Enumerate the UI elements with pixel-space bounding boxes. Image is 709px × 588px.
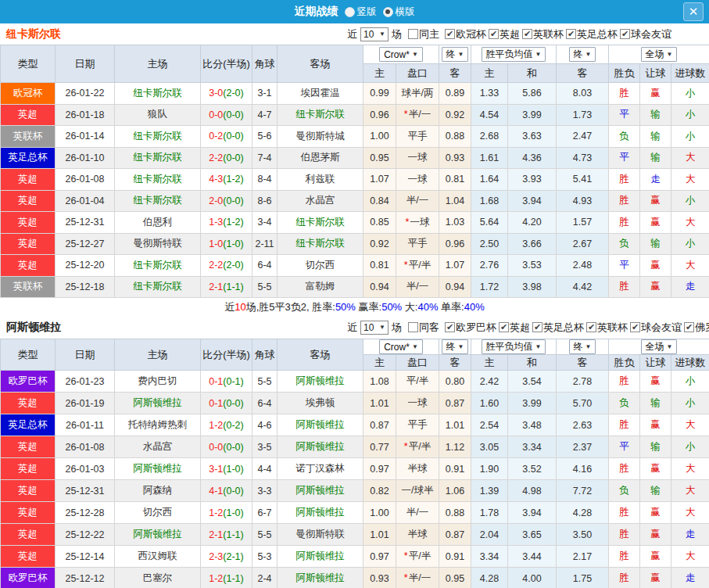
- checkbox-checked-icon[interactable]: ✔: [566, 29, 576, 39]
- ah-final-select[interactable]: 终▼: [442, 339, 469, 354]
- odds-draw: 4.98: [508, 480, 557, 502]
- league-checkbox[interactable]: ✔英足总杯: [532, 321, 584, 335]
- result-cell: 胜: [609, 458, 640, 480]
- ah-final-select[interactable]: 终▼: [442, 47, 469, 62]
- checkbox-icon[interactable]: ✔: [408, 29, 418, 39]
- bookmaker-select-cell: Crow*▼: [363, 45, 439, 64]
- home-team: 曼彻斯特联: [115, 233, 201, 255]
- home-team: 阿斯顿维拉: [115, 393, 201, 414]
- checkbox-checked-icon[interactable]: ✔: [532, 322, 542, 332]
- match-count-select[interactable]: 10▼: [360, 321, 389, 335]
- chevron-down-icon: ▼: [379, 30, 385, 38]
- result-cell: 负: [609, 480, 640, 502]
- corners: 6-4: [252, 255, 278, 277]
- ah-away-odds: 0.87: [439, 393, 471, 414]
- league-checkbox[interactable]: ✔欧冠杯: [445, 27, 486, 41]
- same-venue-checkbox[interactable]: ✔ 同主: [408, 27, 439, 41]
- corners: 6-4: [252, 393, 278, 414]
- bookmaker-select[interactable]: Crow*▼: [379, 47, 423, 62]
- checkbox-checked-icon[interactable]: ✔: [522, 29, 532, 39]
- scope-select[interactable]: 全场▼: [641, 47, 678, 62]
- score: 2-2(0-0): [201, 147, 252, 169]
- checkbox-checked-icon[interactable]: ✔: [586, 322, 596, 332]
- odds-draw: 3.48: [508, 414, 557, 436]
- match-count-select[interactable]: 10▼: [360, 27, 389, 41]
- close-icon[interactable]: ✕: [683, 2, 704, 21]
- odds-draw: 4.00: [508, 568, 557, 588]
- chevron-down-icon: ▼: [535, 343, 542, 350]
- league-checkbox[interactable]: ✔英超: [499, 321, 530, 335]
- odds-final-select[interactable]: 终▼: [569, 47, 596, 62]
- home-team: 西汉姆联: [115, 546, 201, 568]
- league-filters: ✔欧冠杯✔英超✔英联杯✔英足总杯✔球会友谊: [442, 27, 671, 41]
- odds-home: 1.33: [471, 83, 508, 105]
- section-aston-villa: 阿斯顿维拉 近 10▼ 场 ✔ 同客 ✔欧罗巴杯✔英超✔英足总杯✔英联杯✔球会友…: [0, 316, 709, 588]
- league-badge: 英超: [1, 169, 56, 191]
- corners: 2-4: [252, 568, 278, 588]
- checkbox-icon[interactable]: ✔: [408, 322, 418, 332]
- layout-radio-horizontal[interactable]: 横版: [383, 5, 415, 19]
- col-eu-away: 客: [557, 64, 609, 83]
- league-checkbox[interactable]: ✔英足总杯: [566, 27, 618, 41]
- early-line-star: *: [404, 550, 408, 561]
- league-badge: 英超: [1, 190, 56, 212]
- home-team: 纽卡斯尔联: [115, 255, 201, 277]
- same-venue-checkbox[interactable]: ✔ 同客: [408, 321, 439, 335]
- away-team: 阿斯顿维拉: [278, 414, 363, 436]
- result-cell: 胜: [609, 568, 640, 588]
- goals-result-cell: 小: [671, 436, 709, 458]
- handicap-result-cell: 赢: [640, 524, 671, 546]
- checkbox-checked-icon[interactable]: ✔: [620, 29, 630, 39]
- ah-away-odds: 1.06: [439, 480, 471, 502]
- games-label: 场: [392, 27, 402, 41]
- bookmaker-select[interactable]: Crow*▼: [379, 339, 423, 354]
- corners: 5-3: [252, 546, 278, 568]
- handicap-result-cell: 输: [640, 147, 671, 169]
- checkbox-checked-icon[interactable]: ✔: [445, 29, 455, 39]
- handicap-result-cell: 输: [640, 104, 671, 126]
- odds-final-select[interactable]: 终▼: [569, 339, 596, 354]
- early-line-star: *: [404, 572, 408, 583]
- checkbox-checked-icon[interactable]: ✔: [630, 322, 640, 332]
- checkbox-checked-icon[interactable]: ✔: [445, 322, 455, 332]
- match-date: 25-12-12: [56, 568, 115, 588]
- checkbox-checked-icon[interactable]: ✔: [499, 322, 509, 332]
- checkbox-checked-icon[interactable]: ✔: [684, 322, 694, 332]
- corners: 3-5: [252, 436, 278, 458]
- radio-icon[interactable]: [383, 7, 393, 17]
- league-checkbox[interactable]: ✔英联杯: [586, 321, 628, 335]
- scope-select[interactable]: 全场▼: [641, 339, 678, 354]
- col-goals: 进球数: [671, 355, 709, 371]
- odds-away: 4.28: [557, 502, 609, 524]
- match-date: 25-12-18: [56, 276, 115, 298]
- league-checkbox[interactable]: ✔英超: [489, 27, 520, 41]
- radio-icon[interactable]: [345, 7, 355, 17]
- avg-select-cell: 胜平负均值▼: [471, 339, 557, 355]
- odds-avg-select[interactable]: 胜平负均值▼: [482, 339, 546, 354]
- checkbox-checked-icon[interactable]: ✔: [489, 29, 499, 39]
- league-checkbox[interactable]: ✔球会友谊: [620, 27, 671, 41]
- away-team: 阿斯顿维拉: [278, 371, 363, 393]
- col-result: 胜负: [609, 355, 640, 371]
- odds-away: 5.70: [557, 393, 609, 414]
- layout-radio-vertical[interactable]: 竖版: [345, 5, 377, 19]
- chevron-down-icon: ▼: [585, 343, 592, 350]
- league-checkbox[interactable]: ✔球会友谊: [630, 321, 682, 335]
- corners: 3-3: [252, 480, 278, 502]
- match-date: 25-12-31: [56, 212, 115, 234]
- match-row: 英超25-12-28切尔西1-2(1-0)6-7阿斯顿维拉1.00半/一0.88…: [1, 502, 709, 524]
- league-checkbox[interactable]: ✔佛罗杯: [684, 321, 709, 335]
- odds-avg-select[interactable]: 胜平负均值▼: [482, 47, 546, 62]
- col-eu-draw: 和: [508, 355, 557, 371]
- odds-home: 1.60: [471, 393, 508, 414]
- corners: 7-4: [252, 147, 278, 169]
- col-ah-line: 盘口: [396, 355, 439, 371]
- odds-home: 1.68: [471, 190, 508, 212]
- ah-home-odds: 0.92: [363, 233, 396, 255]
- ah-away-odds: 0.81: [439, 169, 471, 191]
- league-badge: 英超: [1, 436, 56, 458]
- ah-home-odds: 0.95: [363, 147, 396, 169]
- league-checkbox[interactable]: ✔英联杯: [522, 27, 564, 41]
- league-checkbox[interactable]: ✔欧罗巴杯: [445, 321, 496, 335]
- match-row: 英足总杯26-01-11托特纳姆热刺1-2(0-2)4-6阿斯顿维拉0.87平手…: [1, 414, 709, 436]
